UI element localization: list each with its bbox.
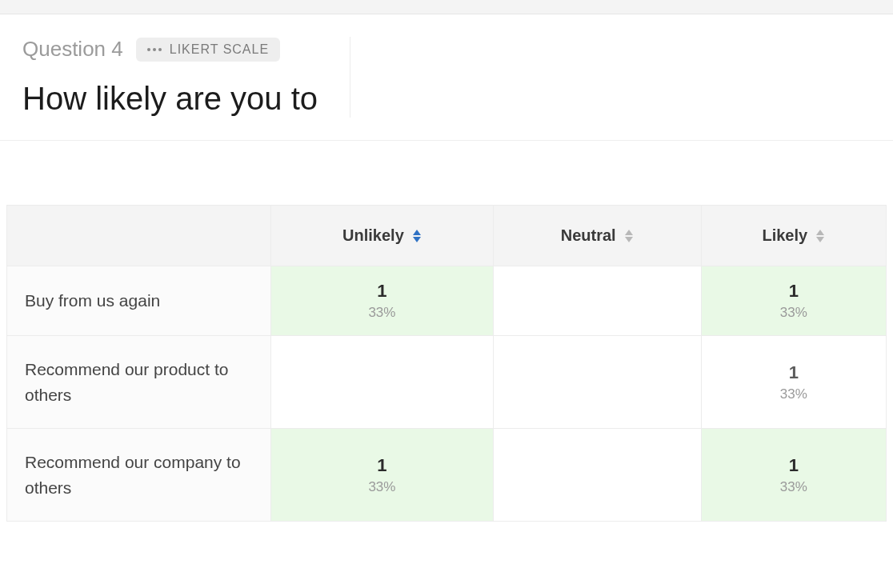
result-count: 1 <box>710 455 878 476</box>
column-label: Likely <box>762 226 807 245</box>
result-cell: 133% <box>701 429 886 522</box>
result-cell <box>271 336 494 429</box>
result-cell <box>493 429 701 522</box>
result-cell <box>493 336 701 429</box>
result-percent: 33% <box>710 479 878 495</box>
svg-marker-3 <box>625 237 633 242</box>
svg-marker-1 <box>413 237 421 242</box>
table-row: Buy from us again133%133% <box>7 266 887 336</box>
svg-marker-0 <box>413 230 421 235</box>
result-percent: 33% <box>279 479 485 495</box>
result-cell: 133% <box>271 429 494 522</box>
sort-icon <box>624 230 634 242</box>
column-header[interactable]: Unlikely <box>271 206 494 266</box>
row-label: Recommend our company to others <box>7 429 271 522</box>
svg-marker-2 <box>625 230 633 235</box>
question-number: Question 4 <box>22 37 123 62</box>
column-label: Neutral <box>561 226 616 245</box>
table-row: Recommend our company to others133%133% <box>7 429 887 522</box>
result-count: 1 <box>710 281 878 302</box>
sort-icon <box>815 230 825 242</box>
result-count: 1 <box>279 281 485 302</box>
likert-corner-cell <box>7 206 271 266</box>
likert-body: Buy from us again133%133%Recommend our p… <box>7 266 887 522</box>
top-strip <box>0 0 893 14</box>
result-cell <box>493 266 701 336</box>
question-text: How likely are you to <box>22 79 318 118</box>
svg-marker-4 <box>816 230 824 235</box>
result-count: 1 <box>710 362 878 383</box>
question-type-badge: LIKERT SCALE <box>136 38 280 62</box>
result-percent: 33% <box>710 305 878 321</box>
table-row: Recommend our product to others133% <box>7 336 887 429</box>
likert-results-section: UnlikelyNeutralLikely Buy from us again1… <box>0 141 893 554</box>
likert-table: UnlikelyNeutralLikely Buy from us again1… <box>6 205 887 522</box>
result-cell: 133% <box>701 266 886 336</box>
svg-marker-5 <box>816 237 824 242</box>
column-header[interactable]: Neutral <box>493 206 701 266</box>
column-label: Unlikely <box>342 226 404 245</box>
row-label: Buy from us again <box>7 266 271 336</box>
question-header: Question 4 LIKERT SCALE How likely are y… <box>0 14 893 141</box>
likert-header-row: UnlikelyNeutralLikely <box>7 206 887 266</box>
result-cell: 133% <box>701 336 886 429</box>
result-count: 1 <box>279 455 485 476</box>
row-label: Recommend our product to others <box>7 336 271 429</box>
sort-icon <box>412 230 422 242</box>
result-percent: 33% <box>710 386 878 402</box>
column-header[interactable]: Likely <box>701 206 886 266</box>
result-cell: 133% <box>271 266 494 336</box>
question-header-left: Question 4 LIKERT SCALE How likely are y… <box>22 37 350 118</box>
question-type-label: LIKERT SCALE <box>170 42 269 57</box>
result-percent: 33% <box>279 305 485 321</box>
question-meta: Question 4 LIKERT SCALE <box>22 37 318 62</box>
ellipsis-icon <box>147 48 162 51</box>
